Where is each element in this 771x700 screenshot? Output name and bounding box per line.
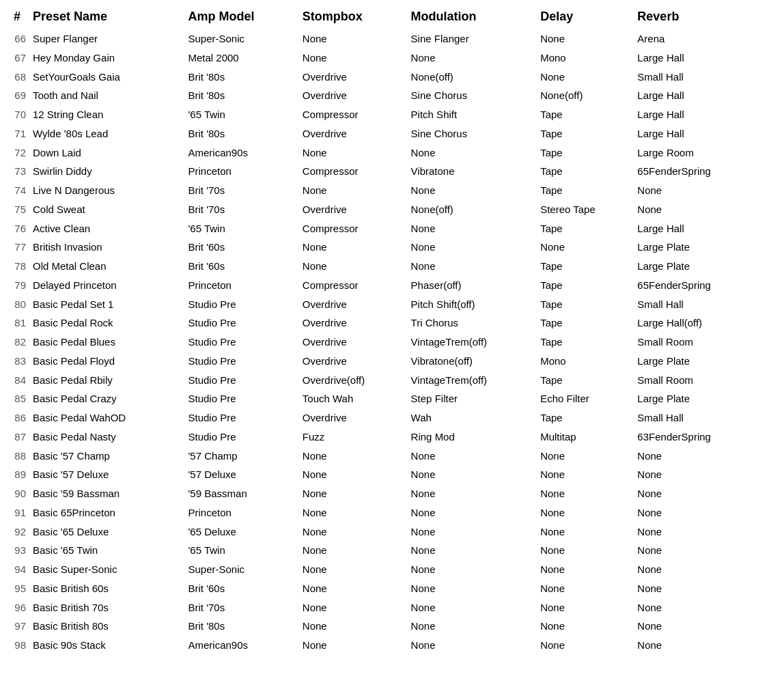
preset-name: Super Flanger [30,29,185,48]
preset-cell: None [300,522,408,542]
preset-name: Basic Super-Sonic [30,560,185,579]
preset-cell: None [634,560,760,579]
preset-cell: None [537,598,634,617]
table-row: 69Tooth and NailBrit '80sOverdriveSine C… [11,86,760,105]
preset-cell: None [537,68,634,87]
preset-name: Wylde '80s Lead [30,124,185,143]
preset-cell: Overdrive [300,408,408,428]
preset-cell: None [634,503,760,522]
preset-cell: None [300,579,408,598]
preset-cell: None [634,181,760,200]
preset-cell: Studio Pre [185,389,299,408]
table-row: 81Basic Pedal RockStudio PreOverdriveTri… [11,313,760,333]
preset-cell: None [537,522,634,542]
preset-cell: Step Filter [408,389,538,408]
preset-cell: Tape [537,295,634,314]
table-row: 87Basic Pedal NastyStudio PreFuzzRing Mo… [11,428,760,447]
preset-cell: None [408,484,538,503]
preset-name: Basic British 70s [30,598,185,617]
table-row: 92Basic '65 Deluxe'65 DeluxeNoneNoneNone… [11,522,760,542]
preset-number: 85 [11,389,30,408]
preset-cell: Studio Pre [185,333,299,352]
preset-cell: Ring Mod [408,428,538,447]
preset-cell: None(off) [408,200,538,219]
preset-number: 88 [11,447,30,466]
preset-cell: Super-Sonic [185,560,299,579]
preset-number: 98 [11,636,30,655]
preset-number: 70 [11,105,30,124]
presets-table: #Preset NameAmp ModelStompboxModulationD… [11,7,760,655]
preset-cell: None [634,200,760,219]
preset-number: 91 [11,503,30,522]
preset-cell: None [408,219,538,238]
preset-cell: '57 Deluxe [185,465,299,484]
preset-name: Basic 65Princeton [30,503,185,522]
preset-cell: Pitch Shift [408,105,538,124]
preset-cell: Tape [537,219,634,238]
table-row: 74Live N DangerousBrit '70sNoneNoneTapeN… [11,181,760,200]
preset-cell: Large Plate [634,352,760,371]
preset-number: 89 [11,465,30,484]
preset-name: Hey Monday Gain [30,48,185,68]
table-row: 77British InvasionBrit '60sNoneNoneNoneL… [11,238,760,257]
preset-cell: Large Plate [634,238,760,257]
table-row: 91Basic 65PrincetonPrincetonNoneNoneNone… [11,503,760,522]
preset-cell: Brit '60s [185,579,299,598]
preset-cell: '59 Bassman [185,484,299,503]
preset-cell: Pitch Shift(off) [408,295,538,314]
preset-cell: Sine Flanger [408,29,538,48]
preset-cell: Overdrive [300,313,408,333]
preset-cell: None [300,560,408,579]
preset-cell: Brit '60s [185,257,299,276]
preset-cell: None [634,617,760,636]
preset-name: SetYourGoals Gaia [30,68,185,87]
preset-cell: '57 Champ [185,447,299,466]
preset-name: Basic Pedal Nasty [30,428,185,447]
preset-name: Down Laid [30,143,185,163]
preset-number: 73 [11,162,30,181]
preset-cell: Princeton [185,276,299,295]
preset-cell: Tape [537,408,634,428]
preset-cell: '65 Twin [185,541,299,560]
preset-cell: Vibratone(off) [408,352,538,371]
preset-name: Active Clean [30,219,185,238]
preset-number: 81 [11,313,30,333]
preset-cell: None [300,484,408,503]
preset-name: Basic Pedal Blues [30,333,185,352]
preset-name: Delayed Princeton [30,276,185,295]
preset-cell: Super-Sonic [185,29,299,48]
preset-cell: '65 Deluxe [185,522,299,542]
preset-cell: None [537,541,634,560]
preset-cell: None [537,238,634,257]
preset-cell: Large Hall [634,105,760,124]
preset-name: Basic 90s Stack [30,636,185,655]
table-row: 71Wylde '80s LeadBrit '80sOverdriveSine … [11,124,760,143]
preset-cell: Arena [634,29,760,48]
preset-cell: Multitap [537,428,634,447]
preset-cell: Overdrive [300,86,408,105]
preset-cell: None [300,636,408,655]
preset-number: 71 [11,124,30,143]
preset-cell: Large Hall [634,48,760,68]
table-row: 7012 String Clean'65 TwinCompressorPitch… [11,105,760,124]
preset-cell: Overdrive [300,295,408,314]
preset-cell: None [634,636,760,655]
preset-cell: Overdrive [300,124,408,143]
preset-cell: Mono [537,352,634,371]
column-header-stompbox: Stompbox [300,7,408,29]
preset-cell: Tape [537,181,634,200]
preset-cell: None [408,181,538,200]
preset-name: Swirlin Diddy [30,162,185,181]
preset-name: Old Metal Clean [30,257,185,276]
preset-cell: '65 Twin [185,105,299,124]
preset-cell: Brit '80s [185,617,299,636]
preset-number: 74 [11,181,30,200]
table-row: 88Basic '57 Champ'57 ChampNoneNoneNoneNo… [11,447,760,466]
preset-cell: Compressor [300,219,408,238]
preset-cell: Brit '70s [185,200,299,219]
preset-cell: Sine Chorus [408,124,538,143]
preset-cell: Tape [537,313,634,333]
column-header-modulation: Modulation [408,7,538,29]
preset-cell: None(off) [408,68,538,87]
preset-cell: Studio Pre [185,428,299,447]
